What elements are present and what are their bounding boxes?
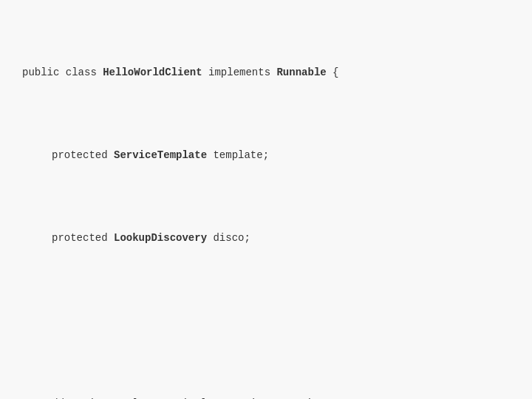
- code-line-3: protected LookupDiscovery disco;: [22, 230, 510, 246]
- code-container: public class HelloWorldClient implements…: [22, 15, 510, 399]
- code-line-5: // An inner class to implement Discovery…: [22, 395, 510, 399]
- code-line-2: protected ServiceTemplate template;: [22, 147, 510, 163]
- code-line-1: public class HelloWorldClient implements…: [22, 64, 510, 81]
- code-line-4: [22, 313, 510, 329]
